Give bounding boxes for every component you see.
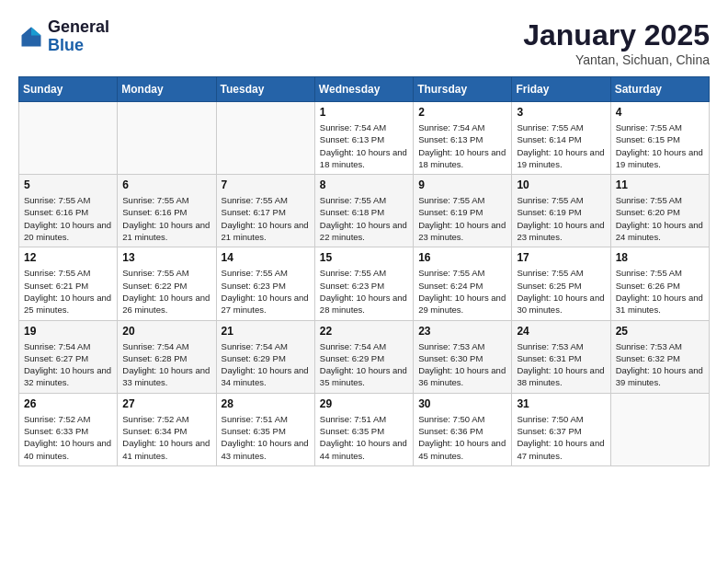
day-cell-18: 18Sunrise: 7:55 AM Sunset: 6:26 PM Dayli… bbox=[610, 247, 709, 320]
day-cell-9: 9Sunrise: 7:55 AM Sunset: 6:19 PM Daylig… bbox=[414, 175, 512, 247]
day-info: Sunrise: 7:54 AM Sunset: 6:29 PM Dayligh… bbox=[222, 340, 310, 389]
day-number: 18 bbox=[616, 251, 704, 264]
day-number: 22 bbox=[320, 325, 408, 338]
day-number: 8 bbox=[320, 178, 408, 191]
day-info: Sunrise: 7:53 AM Sunset: 6:30 PM Dayligh… bbox=[418, 340, 506, 389]
day-cell-5: 5Sunrise: 7:55 AM Sunset: 6:16 PM Daylig… bbox=[19, 175, 118, 247]
day-info: Sunrise: 7:52 AM Sunset: 6:34 PM Dayligh… bbox=[122, 413, 210, 462]
day-info: Sunrise: 7:55 AM Sunset: 6:24 PM Dayligh… bbox=[418, 267, 506, 316]
title-block: January 2025 Yantan, Sichuan, China bbox=[523, 18, 710, 67]
weekday-header-friday: Friday bbox=[512, 77, 610, 102]
day-cell-19: 19Sunrise: 7:54 AM Sunset: 6:27 PM Dayli… bbox=[19, 320, 118, 393]
day-number: 21 bbox=[222, 325, 310, 338]
week-row-3: 12Sunrise: 7:55 AM Sunset: 6:21 PM Dayli… bbox=[19, 247, 710, 320]
day-number: 28 bbox=[222, 397, 310, 410]
weekday-header-sunday: Sunday bbox=[19, 77, 118, 102]
day-info: Sunrise: 7:50 AM Sunset: 6:36 PM Dayligh… bbox=[418, 413, 506, 462]
day-cell-21: 21Sunrise: 7:54 AM Sunset: 6:29 PM Dayli… bbox=[216, 320, 314, 393]
day-cell-30: 30Sunrise: 7:50 AM Sunset: 6:36 PM Dayli… bbox=[414, 393, 512, 465]
day-info: Sunrise: 7:54 AM Sunset: 6:13 PM Dayligh… bbox=[320, 121, 408, 170]
day-number: 19 bbox=[24, 325, 112, 338]
day-info: Sunrise: 7:55 AM Sunset: 6:20 PM Dayligh… bbox=[616, 194, 704, 243]
week-row-5: 26Sunrise: 7:52 AM Sunset: 6:33 PM Dayli… bbox=[19, 393, 710, 465]
logo-icon bbox=[18, 24, 44, 50]
day-info: Sunrise: 7:54 AM Sunset: 6:27 PM Dayligh… bbox=[24, 340, 112, 389]
week-row-2: 5Sunrise: 7:55 AM Sunset: 6:16 PM Daylig… bbox=[19, 175, 710, 247]
day-number: 13 bbox=[122, 251, 210, 264]
week-row-1: 1Sunrise: 7:54 AM Sunset: 6:13 PM Daylig… bbox=[19, 102, 710, 175]
day-number: 24 bbox=[517, 325, 605, 338]
day-number: 2 bbox=[418, 106, 506, 119]
day-number: 12 bbox=[24, 251, 112, 264]
day-number: 31 bbox=[517, 397, 605, 410]
weekday-header-tuesday: Tuesday bbox=[216, 77, 314, 102]
day-cell-20: 20Sunrise: 7:54 AM Sunset: 6:28 PM Dayli… bbox=[118, 320, 216, 393]
day-info: Sunrise: 7:55 AM Sunset: 6:26 PM Dayligh… bbox=[616, 267, 704, 316]
svg-marker-1 bbox=[31, 27, 41, 35]
day-number: 7 bbox=[222, 178, 310, 191]
day-cell-25: 25Sunrise: 7:53 AM Sunset: 6:32 PM Dayli… bbox=[610, 320, 709, 393]
day-number: 16 bbox=[418, 251, 506, 264]
weekday-header-saturday: Saturday bbox=[610, 77, 709, 102]
day-info: Sunrise: 7:55 AM Sunset: 6:25 PM Dayligh… bbox=[517, 267, 605, 316]
day-number: 4 bbox=[616, 106, 704, 119]
day-number: 11 bbox=[616, 178, 704, 191]
day-info: Sunrise: 7:54 AM Sunset: 6:13 PM Dayligh… bbox=[418, 121, 506, 170]
day-info: Sunrise: 7:55 AM Sunset: 6:15 PM Dayligh… bbox=[616, 121, 704, 170]
day-info: Sunrise: 7:54 AM Sunset: 6:28 PM Dayligh… bbox=[122, 340, 210, 389]
day-number: 10 bbox=[517, 178, 605, 191]
day-info: Sunrise: 7:55 AM Sunset: 6:23 PM Dayligh… bbox=[222, 267, 310, 316]
weekday-header-thursday: Thursday bbox=[414, 77, 512, 102]
weekday-header-wednesday: Wednesday bbox=[314, 77, 413, 102]
day-number: 9 bbox=[418, 178, 506, 191]
day-number: 25 bbox=[616, 325, 704, 338]
day-cell-1: 1Sunrise: 7:54 AM Sunset: 6:13 PM Daylig… bbox=[314, 102, 413, 175]
week-row-4: 19Sunrise: 7:54 AM Sunset: 6:27 PM Dayli… bbox=[19, 320, 710, 393]
day-number: 15 bbox=[320, 251, 408, 264]
day-number: 17 bbox=[517, 251, 605, 264]
day-number: 6 bbox=[122, 178, 210, 191]
day-cell-15: 15Sunrise: 7:55 AM Sunset: 6:23 PM Dayli… bbox=[314, 247, 413, 320]
day-cell-29: 29Sunrise: 7:51 AM Sunset: 6:35 PM Dayli… bbox=[314, 393, 413, 465]
day-number: 1 bbox=[320, 106, 408, 119]
day-info: Sunrise: 7:55 AM Sunset: 6:18 PM Dayligh… bbox=[320, 194, 408, 243]
day-cell-31: 31Sunrise: 7:50 AM Sunset: 6:37 PM Dayli… bbox=[512, 393, 610, 465]
day-cell-22: 22Sunrise: 7:54 AM Sunset: 6:29 PM Dayli… bbox=[314, 320, 413, 393]
day-number: 5 bbox=[24, 178, 112, 191]
weekday-header-row: SundayMondayTuesdayWednesdayThursdayFrid… bbox=[19, 77, 710, 102]
day-cell-27: 27Sunrise: 7:52 AM Sunset: 6:34 PM Dayli… bbox=[118, 393, 216, 465]
svg-marker-2 bbox=[22, 27, 32, 35]
day-cell-23: 23Sunrise: 7:53 AM Sunset: 6:30 PM Dayli… bbox=[414, 320, 512, 393]
day-cell-7: 7Sunrise: 7:55 AM Sunset: 6:17 PM Daylig… bbox=[216, 175, 314, 247]
empty-cell bbox=[118, 102, 216, 175]
day-info: Sunrise: 7:53 AM Sunset: 6:31 PM Dayligh… bbox=[517, 340, 605, 389]
day-cell-6: 6Sunrise: 7:55 AM Sunset: 6:16 PM Daylig… bbox=[118, 175, 216, 247]
day-cell-10: 10Sunrise: 7:55 AM Sunset: 6:19 PM Dayli… bbox=[512, 175, 610, 247]
day-number: 27 bbox=[122, 397, 210, 410]
calendar: SundayMondayTuesdayWednesdayThursdayFrid… bbox=[18, 76, 710, 466]
day-number: 29 bbox=[320, 397, 408, 410]
day-info: Sunrise: 7:55 AM Sunset: 6:19 PM Dayligh… bbox=[418, 194, 506, 243]
page-header: General Blue January 2025 Yantan, Sichua… bbox=[18, 18, 710, 67]
day-number: 30 bbox=[418, 397, 506, 410]
day-info: Sunrise: 7:50 AM Sunset: 6:37 PM Dayligh… bbox=[517, 413, 605, 462]
day-cell-2: 2Sunrise: 7:54 AM Sunset: 6:13 PM Daylig… bbox=[414, 102, 512, 175]
day-cell-12: 12Sunrise: 7:55 AM Sunset: 6:21 PM Dayli… bbox=[19, 247, 118, 320]
empty-cell bbox=[610, 393, 709, 465]
day-info: Sunrise: 7:53 AM Sunset: 6:32 PM Dayligh… bbox=[616, 340, 704, 389]
day-info: Sunrise: 7:55 AM Sunset: 6:22 PM Dayligh… bbox=[122, 267, 210, 316]
day-info: Sunrise: 7:55 AM Sunset: 6:16 PM Dayligh… bbox=[24, 194, 112, 243]
day-cell-17: 17Sunrise: 7:55 AM Sunset: 6:25 PM Dayli… bbox=[512, 247, 610, 320]
day-info: Sunrise: 7:55 AM Sunset: 6:21 PM Dayligh… bbox=[24, 267, 112, 316]
logo-text: General Blue bbox=[48, 18, 109, 55]
day-cell-14: 14Sunrise: 7:55 AM Sunset: 6:23 PM Dayli… bbox=[216, 247, 314, 320]
day-info: Sunrise: 7:55 AM Sunset: 6:16 PM Dayligh… bbox=[122, 194, 210, 243]
day-info: Sunrise: 7:54 AM Sunset: 6:29 PM Dayligh… bbox=[320, 340, 408, 389]
month-title: January 2025 bbox=[523, 18, 710, 52]
day-number: 14 bbox=[222, 251, 310, 264]
day-cell-3: 3Sunrise: 7:55 AM Sunset: 6:14 PM Daylig… bbox=[512, 102, 610, 175]
day-info: Sunrise: 7:55 AM Sunset: 6:19 PM Dayligh… bbox=[517, 194, 605, 243]
day-number: 26 bbox=[24, 397, 112, 410]
location: Yantan, Sichuan, China bbox=[523, 52, 710, 67]
day-info: Sunrise: 7:55 AM Sunset: 6:14 PM Dayligh… bbox=[517, 121, 605, 170]
